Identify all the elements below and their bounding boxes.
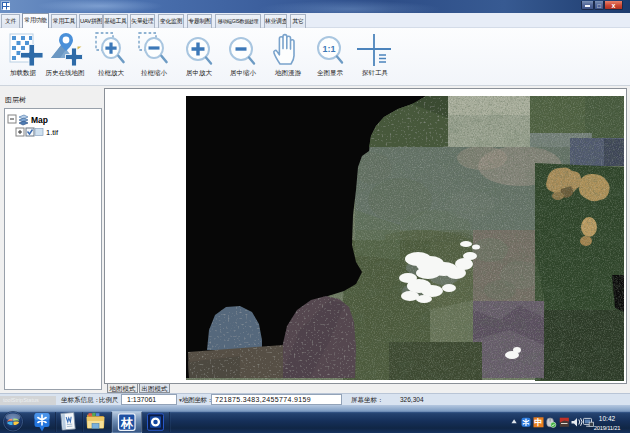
svg-text:1:1: 1:1 bbox=[322, 44, 335, 54]
svg-text:林: 林 bbox=[120, 416, 134, 430]
svg-text:1.tif: 1.tif bbox=[46, 128, 59, 137]
svg-text:Map: Map bbox=[31, 115, 48, 125]
svg-text:中: 中 bbox=[534, 417, 543, 427]
